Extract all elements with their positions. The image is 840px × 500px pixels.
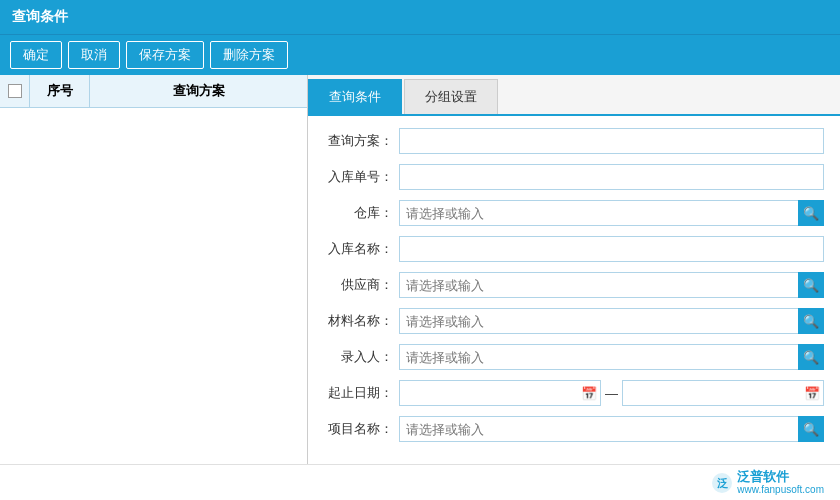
label-date-range: 起止日期： [324, 384, 399, 402]
col-num-header: 序号 [30, 75, 90, 107]
save-plan-button[interactable]: 保存方案 [126, 41, 204, 69]
input-recorder[interactable] [399, 344, 824, 370]
warehouse-input-wrap: 🔍 [399, 200, 824, 226]
form-row-supplier: 供应商： 🔍 [324, 272, 824, 298]
form-row-material: 材料名称： 🔍 [324, 308, 824, 334]
warehouse-search-button[interactable]: 🔍 [798, 200, 824, 226]
form-row-recorder: 录入人： 🔍 [324, 344, 824, 370]
form-row-query-plan: 查询方案： [324, 128, 824, 154]
input-date-end[interactable] [622, 380, 824, 406]
tab-group-settings[interactable]: 分组设置 [404, 79, 498, 114]
form-row-date-range: 起止日期： 📅 — 📅 [324, 380, 824, 406]
watermark-logo-icon: 泛 [711, 472, 733, 494]
header-title: 查询条件 [0, 0, 840, 34]
label-entry-name: 入库名称： [324, 240, 399, 258]
input-project[interactable] [399, 416, 824, 442]
select-all-col [0, 75, 30, 107]
material-search-button[interactable]: 🔍 [798, 308, 824, 334]
label-entry-no: 入库单号： [324, 168, 399, 186]
date-end-wrap: 📅 [622, 380, 824, 406]
watermark-name: 泛普软件 [737, 469, 824, 485]
watermark-url: www.fanpusoft.com [737, 484, 824, 496]
table-header: 序号 查询方案 [0, 75, 307, 108]
input-material[interactable] [399, 308, 824, 334]
right-panel: 查询条件 分组设置 查询方案： 入库单号： 仓库： [308, 75, 840, 464]
input-query-plan[interactable] [399, 128, 824, 154]
left-panel: 序号 查询方案 [0, 75, 308, 464]
project-search-button[interactable]: 🔍 [798, 416, 824, 442]
form-row-entry-name: 入库名称： [324, 236, 824, 262]
supplier-input-wrap: 🔍 [399, 272, 824, 298]
footer: 泛 泛普软件 www.fanpusoft.com [0, 464, 840, 500]
input-date-start[interactable] [399, 380, 601, 406]
date-separator: — [605, 386, 618, 401]
label-recorder: 录入人： [324, 348, 399, 366]
label-project: 项目名称： [324, 420, 399, 438]
project-input-wrap: 🔍 [399, 416, 824, 442]
tab-query-conditions[interactable]: 查询条件 [308, 79, 402, 114]
form-row-project: 项目名称： 🔍 [324, 416, 824, 442]
input-warehouse[interactable] [399, 200, 824, 226]
content-area: 序号 查询方案 查询条件 分组设置 查询方案： 入库单号： [0, 75, 840, 464]
table-body [0, 108, 307, 464]
input-entry-no[interactable] [399, 164, 824, 190]
cancel-button[interactable]: 取消 [68, 41, 120, 69]
supplier-search-button[interactable]: 🔍 [798, 272, 824, 298]
tabs-container: 查询条件 分组设置 [308, 75, 840, 116]
recorder-search-button[interactable]: 🔍 [798, 344, 824, 370]
material-input-wrap: 🔍 [399, 308, 824, 334]
form-row-entry-no: 入库单号： [324, 164, 824, 190]
label-warehouse: 仓库： [324, 204, 399, 222]
input-supplier[interactable] [399, 272, 824, 298]
input-entry-name[interactable] [399, 236, 824, 262]
date-range-wrap: 📅 — 📅 [399, 380, 824, 406]
date-start-picker-button[interactable]: 📅 [577, 380, 601, 406]
label-query-plan: 查询方案： [324, 132, 399, 150]
col-name-header: 查询方案 [90, 75, 307, 107]
form-row-warehouse: 仓库： 🔍 [324, 200, 824, 226]
delete-plan-button[interactable]: 删除方案 [210, 41, 288, 69]
watermark-text: 泛普软件 www.fanpusoft.com [737, 469, 824, 497]
recorder-input-wrap: 🔍 [399, 344, 824, 370]
confirm-button[interactable]: 确定 [10, 41, 62, 69]
date-start-wrap: 📅 [399, 380, 601, 406]
date-end-picker-button[interactable]: 📅 [800, 380, 824, 406]
watermark: 泛 泛普软件 www.fanpusoft.com [711, 469, 824, 497]
label-material: 材料名称： [324, 312, 399, 330]
select-all-checkbox[interactable] [8, 84, 22, 98]
svg-text:泛: 泛 [717, 477, 729, 489]
label-supplier: 供应商： [324, 276, 399, 294]
toolbar: 确定 取消 保存方案 删除方案 [0, 34, 840, 75]
form-area: 查询方案： 入库单号： 仓库： 🔍 [308, 116, 840, 464]
